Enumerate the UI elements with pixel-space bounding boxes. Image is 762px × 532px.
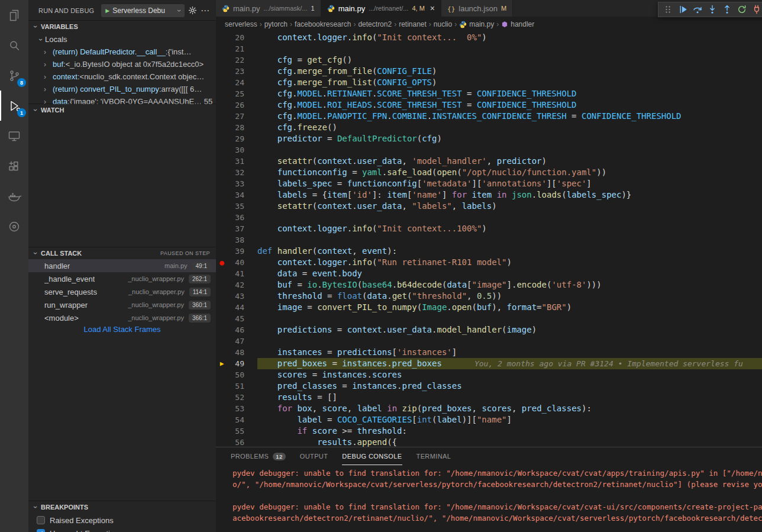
gutter[interactable]: 27 (216, 111, 257, 122)
gutter[interactable]: 56 (216, 437, 257, 447)
watch-section-header[interactable]: › WATCH (28, 104, 216, 116)
gutter[interactable]: 46 (216, 324, 257, 336)
code-line-50[interactable]: 50 scores = instances.scores (216, 369, 762, 381)
gutter[interactable]: 28 (216, 122, 257, 133)
gutter[interactable]: 44 (216, 302, 257, 313)
gutter[interactable]: 35 (216, 201, 257, 212)
variable-row[interactable]: ›buf: <_io.BytesIO object at 0x7f5a2dc1e… (28, 58, 216, 70)
code-line-47[interactable]: 47 (216, 336, 762, 347)
code-line-31[interactable]: 31 setattr(context.user_data, 'model_han… (216, 156, 762, 167)
more-actions-icon[interactable]: ⋯ (201, 5, 210, 16)
gutter[interactable]: 43 (216, 291, 257, 302)
panel-tab-problems[interactable]: PROBLEMS12 (231, 447, 286, 465)
code-line-21[interactable]: 21 (216, 43, 762, 54)
code-line-40[interactable]: ●40 context.logger.info("Run retinanet-R… (216, 257, 762, 268)
gutter[interactable]: 30 (216, 144, 257, 156)
breadcrumb-item-retinanet[interactable]: retinanet (399, 20, 427, 28)
gutter[interactable]: 22 (216, 54, 257, 66)
gutter[interactable]: 32 (216, 167, 257, 178)
panel-tab-debug-console[interactable]: DEBUG CONSOLE (342, 447, 402, 465)
gutter[interactable]: 36 (216, 212, 257, 223)
code-line-33[interactable]: 33 labels_spec = functionconfig['metadat… (216, 178, 762, 189)
breadcrumb-item-nuclio[interactable]: nuclio (434, 20, 452, 28)
gutter[interactable]: 31 (216, 156, 257, 167)
gutter[interactable]: 42 (216, 279, 257, 291)
code-line-52[interactable]: 52 results = [] (216, 392, 762, 403)
checkbox[interactable]: ✓ (37, 529, 45, 532)
locals-scope[interactable]: › Locals (28, 33, 216, 46)
code-line-54[interactable]: 54 label = COCO_CATEGORIES[int(label)]["… (216, 414, 762, 425)
code-line-37[interactable]: 37 context.logger.info("Init context...1… (216, 223, 762, 234)
code-line-36[interactable]: 36 (216, 212, 762, 223)
breakpoint-row[interactable]: ✓Uncaught Exceptions (28, 527, 216, 532)
code-line-51[interactable]: 51 pred_classes = instances.pred_classes (216, 381, 762, 392)
code-line-45[interactable]: 45 (216, 313, 762, 324)
breadcrumb-item-main.py[interactable]: main.py (459, 20, 494, 28)
code-line-29[interactable]: 29 predictor = DefaultPredictor(cfg) (216, 133, 762, 144)
code-line-55[interactable]: 55 if score >= threshold: (216, 425, 762, 437)
activity-item-docker[interactable] (0, 181, 28, 211)
callstack-section-header[interactable]: › CALL STACK PAUSED ON STEP (28, 247, 216, 259)
panel-tab-terminal[interactable]: TERMINAL (416, 447, 451, 465)
gutter[interactable]: 24 (216, 77, 257, 88)
stack-frame[interactable]: serve_requests_nuclio_wrapper.py114:1 (28, 285, 216, 298)
activity-item-extensions[interactable] (0, 151, 28, 181)
code-line-26[interactable]: 26 cfg.MODEL.ROI_HEADS.SCORE_THRESH_TEST… (216, 99, 762, 111)
activity-item-source-control[interactable]: 8 (0, 60, 28, 91)
code-line-42[interactable]: 42 buf = io.BytesIO(base64.b64decode(dat… (216, 279, 762, 291)
stack-frame[interactable]: handlermain.py49:1 (28, 259, 216, 272)
gutter[interactable]: 45 (216, 313, 257, 324)
code-line-48[interactable]: 48 instances = predictions['instances'] (216, 347, 762, 358)
gear-icon[interactable] (188, 6, 197, 15)
activity-item-search[interactable] (0, 30, 28, 60)
code-line-43[interactable]: 43 threshold = float(data.get("threshold… (216, 291, 762, 302)
gutter[interactable]: 25 (216, 88, 257, 99)
breadcrumb-item-handler[interactable]: handler (501, 20, 534, 28)
gutter[interactable]: 29 (216, 133, 257, 144)
breadcrumb-item-detectron2[interactable]: detectron2 (358, 20, 392, 28)
code-line-35[interactable]: 35 setattr(context.user_data, "labels", … (216, 201, 762, 212)
close-icon[interactable]: × (430, 4, 435, 12)
activity-item-run-and-debug[interactable]: 1 (0, 91, 28, 121)
variable-row[interactable]: ›context: <nuclio_sdk.context.Context ob… (28, 70, 216, 83)
activity-item-tool-circle[interactable] (0, 211, 28, 241)
gutter[interactable]: 26 (216, 99, 257, 111)
variable-row[interactable]: ›(return) DefaultPredictor.__call__: {'i… (28, 46, 216, 58)
variables-section-header[interactable]: › VARIABLES (28, 21, 216, 33)
gutter[interactable]: 54 (216, 414, 257, 425)
gutter[interactable]: ▶49 (216, 358, 257, 369)
gutter[interactable]: 23 (216, 66, 257, 77)
code-line-46[interactable]: 46 predictions = context.user_data.model… (216, 324, 762, 336)
gutter[interactable]: 20 (216, 32, 257, 43)
gutter[interactable]: ●40 (216, 257, 257, 268)
code-line-49[interactable]: ▶49 pred_boxes = instances.pred_boxesYou… (216, 358, 762, 369)
tab-main.py[interactable]: main.py.../siammask/...1 (216, 0, 321, 17)
gutter[interactable]: 39 (216, 246, 257, 257)
gutter[interactable]: 55 (216, 425, 257, 437)
load-all-stack-frames-link[interactable]: Load All Stack Frames (28, 325, 216, 334)
code-line-44[interactable]: 44 image = convert_PIL_to_numpy(Image.op… (216, 302, 762, 313)
tab-main.py[interactable]: main.py.../retinanet/...4, M× (321, 0, 441, 17)
gutter[interactable]: 48 (216, 347, 257, 358)
step-into-button[interactable] (705, 3, 719, 16)
code-line-25[interactable]: 25 cfg.MODEL.RETINANET.SCORE_THRESH_TEST… (216, 88, 762, 99)
stack-frame[interactable]: run_wrapper_nuclio_wrapper.py360:1 (28, 298, 216, 311)
debug-config-dropdown[interactable]: ▶ Serverless Debu › (101, 4, 185, 17)
panel-tab-output[interactable]: OUTPUT (300, 447, 328, 465)
tab-launch.json[interactable]: {}launch.jsonM (441, 0, 513, 17)
code-line-53[interactable]: 53 for box, score, label in zip(pred_box… (216, 403, 762, 414)
code-line-28[interactable]: 28 cfg.freeze() (216, 122, 762, 133)
stack-frame[interactable]: _handle_event_nuclio_wrapper.py262:1 (28, 272, 216, 285)
gutter[interactable]: 47 (216, 336, 257, 347)
code-line-22[interactable]: 22 cfg = get_cfg() (216, 54, 762, 66)
gutter[interactable]: 38 (216, 234, 257, 246)
gutter[interactable]: 50 (216, 369, 257, 381)
activity-item-explorer[interactable] (0, 0, 28, 30)
breadcrumb-item-facebookresearch[interactable]: facebookresearch (295, 20, 351, 28)
disconnect-button[interactable] (749, 3, 762, 16)
step-out-button[interactable] (719, 3, 734, 16)
code-line-24[interactable]: 24 cfg.merge_from_list(CONFIG_OPTS) (216, 77, 762, 88)
code-line-27[interactable]: 27 cfg.MODEL.PANOPTIC_FPN.COMBINE.INSTAN… (216, 111, 762, 122)
gutter[interactable]: 34 (216, 189, 257, 201)
code-line-23[interactable]: 23 cfg.merge_from_file(CONFIG_FILE) (216, 66, 762, 77)
